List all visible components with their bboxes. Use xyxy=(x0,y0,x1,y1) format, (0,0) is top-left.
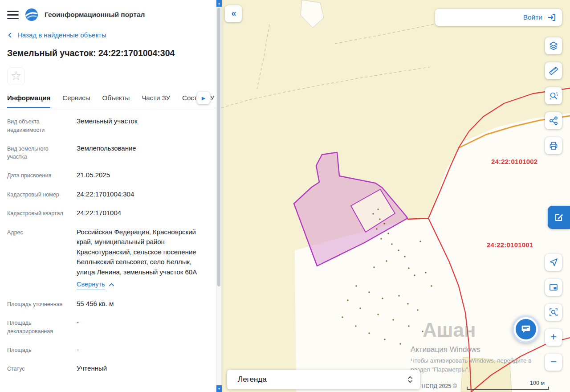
double-chevron-left-icon: « xyxy=(231,8,235,18)
field-value: Землепользование xyxy=(77,143,207,154)
locate-arrow-icon xyxy=(549,257,558,267)
print-button[interactable] xyxy=(545,137,562,154)
info-row: Кадастровый квартал 24:22:1701004 xyxy=(0,204,216,223)
chevron-up-icon xyxy=(109,282,114,287)
scrollbar-thumb[interactable] xyxy=(217,8,220,286)
field-label: Площадь xyxy=(7,345,69,355)
layers-icon xyxy=(549,41,558,51)
windows-activation-watermark: Активация Windows Чтобы активировать Win… xyxy=(411,345,531,374)
menu-icon[interactable] xyxy=(7,11,19,19)
scrollbar-up-icon[interactable]: ▲ xyxy=(216,0,222,7)
field-value: Российская Федерация, Красноярский край,… xyxy=(77,228,197,276)
layers-button[interactable] xyxy=(545,37,562,54)
feedback-button[interactable] xyxy=(548,206,570,229)
field-value: 21.05.2025 xyxy=(77,170,207,180)
chat-bubble-icon xyxy=(521,324,531,334)
overview-map-button[interactable] xyxy=(545,279,562,296)
info-row: Площадь декларированная - xyxy=(0,313,216,340)
info-row: Площадь уточненная 55 456 кв. м xyxy=(0,294,216,314)
field-value: Учтенный xyxy=(77,363,207,374)
field-label: Вид объекта недвижимости xyxy=(7,116,69,135)
object-search-icon xyxy=(549,91,558,101)
info-row: Дата присвоения 21.05.2025 xyxy=(0,166,216,185)
field-label: Вид земельного участка xyxy=(7,143,69,162)
scale-line xyxy=(467,387,549,390)
field-value: - xyxy=(77,318,207,328)
ruler-icon xyxy=(549,66,558,76)
share-button[interactable] xyxy=(545,112,562,129)
object-search-button[interactable] xyxy=(545,87,562,104)
ruler-button[interactable] xyxy=(545,62,562,79)
feedback-edit-icon xyxy=(554,212,564,223)
info-row: Вид земельного участка Землепользование xyxy=(0,139,216,166)
login-button[interactable]: Войти xyxy=(435,9,562,26)
field-value: 24:22:1701004:304 xyxy=(77,189,207,200)
field-label: Кадастровый номер xyxy=(7,189,69,199)
zoom-in-button[interactable]: + xyxy=(545,329,562,346)
favorite-button[interactable]: ☆ xyxy=(7,67,25,85)
legend-bar[interactable]: Легенда xyxy=(227,370,420,389)
share-icon xyxy=(549,116,558,126)
info-row: Вид объекта недвижимости Земельный участ… xyxy=(0,112,216,139)
scrollbar-down-icon[interactable]: ▼ xyxy=(216,385,222,392)
app-title: Геоинформационный портал xyxy=(45,11,145,19)
field-label: Статус xyxy=(7,363,69,373)
field-value: Земельный участок xyxy=(77,116,207,127)
zoom-out-button[interactable]: − xyxy=(545,354,562,371)
scale-label: 100 м xyxy=(467,380,549,386)
field-label: Площадь декларированная xyxy=(7,318,69,336)
cadastral-quarter-label: 24:22:0101001 xyxy=(487,241,533,249)
collapse-panel-button[interactable]: « xyxy=(225,5,242,22)
chevron-left-icon xyxy=(7,32,13,38)
tab-parcel-parts[interactable]: Части ЗУ xyxy=(142,90,170,108)
collapse-address-link[interactable]: Свернуть xyxy=(77,280,114,290)
panel-header: Геоинформационный портал xyxy=(0,0,216,26)
page-title: Земельный участок: 24:22:1701004:304 xyxy=(0,41,216,58)
map-container[interactable]: 24:22:0101002 24:22:0101001 Ашан Активац… xyxy=(221,0,570,392)
collapse-link-label: Свернуть xyxy=(77,280,105,290)
info-fields: Вид объекта недвижимости Земельный участ… xyxy=(0,108,216,378)
search-area-button[interactable] xyxy=(545,304,562,321)
scale-bar: 100 м xyxy=(467,380,549,390)
watermark-line: Чтобы активировать Windows, перейдите в xyxy=(411,356,531,365)
print-icon xyxy=(549,141,558,151)
expand-collapse-icon xyxy=(407,375,414,384)
portal-logo-icon xyxy=(25,8,38,21)
locate-button[interactable] xyxy=(545,254,562,271)
watermark-line: Активация Windows xyxy=(411,345,531,354)
map-attribution: НСПД 2025 © xyxy=(422,383,457,390)
info-row-address: Адрес Российская Федерация, Красноярский… xyxy=(0,223,216,294)
arrow-right-icon: ▶ xyxy=(202,95,205,101)
field-value: 24:22:1701004 xyxy=(77,208,207,218)
field-label: Площадь уточненная xyxy=(7,299,69,309)
tab-services[interactable]: Сервисы xyxy=(62,90,90,108)
login-icon xyxy=(547,12,557,22)
back-link[interactable]: Назад в найденные объекты xyxy=(0,26,216,41)
tab-information[interactable]: Информация xyxy=(7,90,50,108)
chat-widget-button[interactable] xyxy=(512,315,540,343)
legend-label: Легенда xyxy=(238,375,267,384)
field-label: Дата присвоения xyxy=(7,170,69,180)
plus-icon: + xyxy=(550,331,557,343)
cadastral-quarter-label: 24:22:0101002 xyxy=(491,158,537,165)
login-label: Войти xyxy=(523,13,542,21)
info-row: Площадь - xyxy=(0,340,216,359)
back-link-label: Назад в найденные объекты xyxy=(17,31,106,39)
tabs-bar: Информация Сервисы Объекты Части ЗУ Сост… xyxy=(0,90,216,108)
tabs-scroll-button[interactable]: ▶ xyxy=(197,92,210,104)
tab-objects[interactable]: Объекты xyxy=(102,90,130,108)
map-place-label: Ашан xyxy=(423,319,476,341)
search-area-icon xyxy=(549,307,558,317)
panel-scrollbar[interactable]: ▲ ▼ xyxy=(216,0,221,392)
field-label: Кадастровый квартал xyxy=(7,208,69,218)
info-row: Кадастровый номер 24:22:1701004:304 xyxy=(0,185,216,204)
info-panel: Геоинформационный портал Назад в найденн… xyxy=(0,0,221,392)
field-label: Адрес xyxy=(7,227,69,237)
map-bottom-info: НСПД 2025 © 100 м xyxy=(422,380,549,390)
info-row: Статус Учтенный xyxy=(0,359,216,378)
field-value: - xyxy=(77,345,207,355)
field-value: 55 456 кв. м xyxy=(77,299,207,309)
star-icon: ☆ xyxy=(10,70,21,82)
watermark-line: раздел "Параметры". xyxy=(411,365,531,374)
overview-map-icon xyxy=(549,282,558,292)
